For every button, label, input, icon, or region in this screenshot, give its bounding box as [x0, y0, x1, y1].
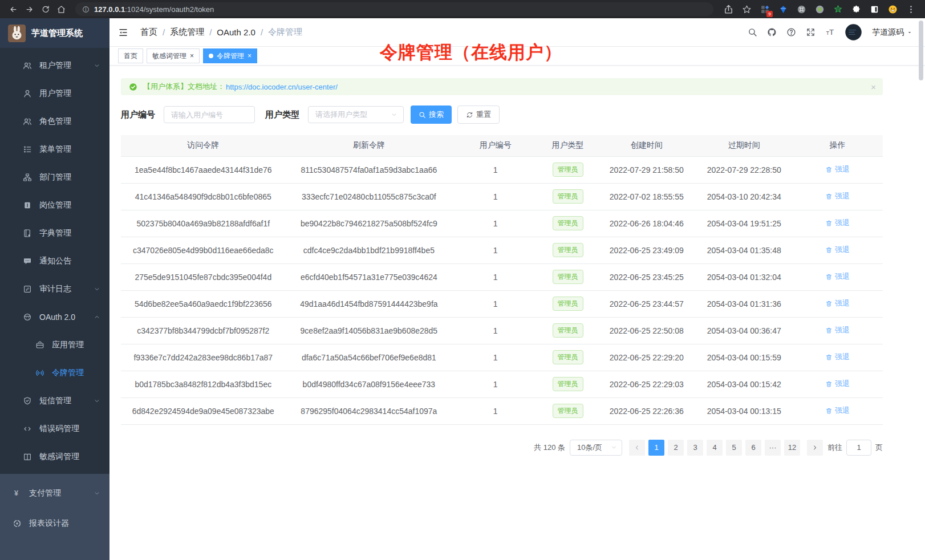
search-icon[interactable] — [748, 27, 757, 37]
page-size-value: 10条/页 — [577, 443, 602, 453]
edit-note-icon — [23, 285, 32, 294]
page-button-2[interactable]: 2 — [668, 440, 684, 456]
extension-gem-button[interactable] — [778, 5, 788, 14]
breadcrumb-item[interactable]: 系统管理 — [170, 27, 204, 38]
user-id-cell: 1 — [452, 397, 538, 424]
sidebar-item-robot[interactable]: OAuth 2.0 — [0, 303, 109, 331]
user-id-cell: 1 — [452, 183, 538, 210]
force-logout-button[interactable]: 强退 — [825, 218, 850, 228]
force-logout-button[interactable]: 强退 — [825, 325, 850, 335]
help-icon[interactable] — [786, 27, 796, 37]
extension-record-button[interactable] — [815, 5, 825, 14]
refresh-token-cell: 8796295f04064c2983414cc54af1097a — [286, 397, 453, 424]
page-button-5[interactable]: 5 — [726, 440, 742, 456]
sidebar-item-tree-list[interactable]: 菜单管理 — [0, 135, 109, 163]
fullscreen-icon[interactable] — [806, 27, 816, 37]
user-type-cell: 管理员 — [538, 290, 597, 317]
extensions-puzzle-button[interactable] — [851, 5, 861, 14]
extension-star-button[interactable] — [833, 5, 843, 14]
url-host: 127.0.0.1 — [94, 5, 125, 14]
sidebar-item-label: 角色管理 — [39, 116, 71, 127]
search-button[interactable]: 搜索 — [411, 105, 452, 124]
tab-令牌管理[interactable]: 令牌管理× — [203, 48, 257, 63]
github-icon[interactable] — [767, 27, 777, 37]
tab-首页[interactable]: 首页 — [118, 48, 143, 63]
sidebar-item-briefcase[interactable]: 应用管理 — [0, 331, 109, 359]
force-logout-button[interactable]: 强退 — [825, 271, 850, 282]
scrollbar-thumb[interactable] — [919, 21, 923, 80]
page-button-6[interactable]: 6 — [745, 440, 761, 456]
page-button-1[interactable]: 1 — [648, 440, 664, 456]
page-button-12[interactable]: 12 — [784, 440, 800, 456]
force-logout-button[interactable]: 强退 — [825, 191, 850, 201]
refresh-token-cell: dfa6c71a50a54c66bef706ef9e6e8d81 — [286, 344, 453, 371]
user-id-input[interactable] — [164, 106, 255, 123]
doc-link[interactable]: https://doc.iocoder.cn/user-center/ — [226, 83, 338, 91]
sidebar-item-org-chart[interactable]: 部门管理 — [0, 163, 109, 191]
alert-close-icon[interactable]: × — [871, 82, 876, 92]
sidebar-bottom: ¥支付管理报表设计器 — [0, 474, 109, 538]
gem-icon — [778, 5, 788, 14]
tab-label: 令牌管理 — [217, 51, 244, 61]
sidebar-item-chart-ring[interactable]: 报表设计器 — [0, 508, 109, 538]
tab-敏感词管理[interactable]: 敏感词管理× — [147, 48, 200, 63]
page-button-4[interactable]: 4 — [707, 440, 723, 456]
sidebar-item-code[interactable]: 错误码管理 — [0, 415, 109, 443]
close-icon[interactable]: × — [248, 52, 251, 59]
force-logout-button[interactable]: 强退 — [825, 245, 850, 255]
next-page-button[interactable] — [807, 440, 823, 456]
sidebar-item-id-badge[interactable]: 岗位管理 — [0, 191, 109, 219]
sidebar-item-user[interactable]: 用户管理 — [0, 79, 109, 107]
sidebar-item-book[interactable]: 字典管理 — [0, 219, 109, 247]
browser-menu-button[interactable] — [906, 5, 916, 14]
force-logout-label: 强退 — [835, 218, 850, 228]
extension-grid-button[interactable]: 9 — [760, 5, 770, 14]
tab-groups-button[interactable] — [870, 5, 879, 14]
bookmark-button[interactable] — [742, 5, 752, 14]
font-size-icon[interactable]: TT — [825, 27, 835, 37]
profile-avatar-button[interactable] — [888, 5, 898, 14]
more-pages-button[interactable]: ··· — [765, 440, 781, 456]
sidebar-item-broadcast[interactable]: 令牌管理 — [0, 359, 109, 387]
prev-page-button[interactable] — [629, 440, 645, 456]
force-logout-label: 强退 — [835, 164, 850, 175]
sidebar-item-shield-check[interactable]: 短信管理 — [0, 387, 109, 415]
chevron-up-icon — [94, 314, 100, 320]
sidebar-item-edit-note[interactable]: 审计日志 — [0, 275, 109, 303]
browser-home-button[interactable] — [54, 2, 68, 17]
sidebar-item-users[interactable]: 租户管理 — [0, 51, 109, 79]
user-menu[interactable]: 芋道源码 — [872, 27, 912, 38]
sidebar-item-user-group[interactable]: 角色管理 — [0, 107, 109, 135]
extension-command-button[interactable] — [797, 5, 806, 14]
app-logo[interactable]: 芋道管理系统 — [0, 18, 109, 48]
page-size-select[interactable]: 10条/页 — [570, 440, 622, 456]
table-row: 502375b8040a469a9b82188afdf6af1fbe90422b… — [121, 210, 883, 237]
force-logout-button[interactable]: 强退 — [825, 379, 850, 389]
sidebar-item-open-book[interactable]: 敏感词管理 — [0, 443, 109, 470]
sidebar-item-yen[interactable]: ¥支付管理 — [0, 478, 109, 508]
breadcrumb-item[interactable]: OAuth 2.0 — [217, 27, 255, 37]
browser-forward-button[interactable] — [22, 2, 36, 17]
force-logout-button[interactable]: 强退 — [825, 164, 850, 175]
share-button[interactable] — [724, 5, 733, 14]
reset-button[interactable]: 重置 — [457, 105, 500, 124]
created-time-cell: 2022-06-25 23:45:25 — [597, 263, 696, 290]
sidebar-item-message[interactable]: 通知公告 — [0, 247, 109, 275]
browser-reload-button[interactable] — [38, 2, 52, 17]
force-logout-button[interactable]: 强退 — [825, 352, 850, 362]
user-type-select[interactable]: 请选择用户类型 — [308, 106, 404, 123]
page-button-3[interactable]: 3 — [687, 440, 703, 456]
address-bar[interactable]: 127.0.0.1:1024/system/oauth2/token — [75, 2, 713, 16]
user-type-cell: 管理员 — [538, 344, 597, 371]
close-icon[interactable]: × — [190, 52, 194, 59]
force-logout-button[interactable]: 强退 — [825, 405, 850, 416]
id-badge-icon — [23, 201, 32, 210]
force-logout-button[interactable]: 强退 — [825, 298, 850, 309]
browser-back-button[interactable] — [6, 2, 21, 17]
sidebar-collapse-button[interactable] — [109, 18, 137, 47]
user-avatar[interactable] — [845, 23, 862, 41]
goto-page-input[interactable] — [846, 440, 871, 456]
created-time-cell: 2022-06-26 18:04:46 — [597, 210, 696, 237]
breadcrumb-item[interactable]: 首页 — [140, 27, 157, 38]
site-info-icon[interactable] — [82, 6, 90, 13]
